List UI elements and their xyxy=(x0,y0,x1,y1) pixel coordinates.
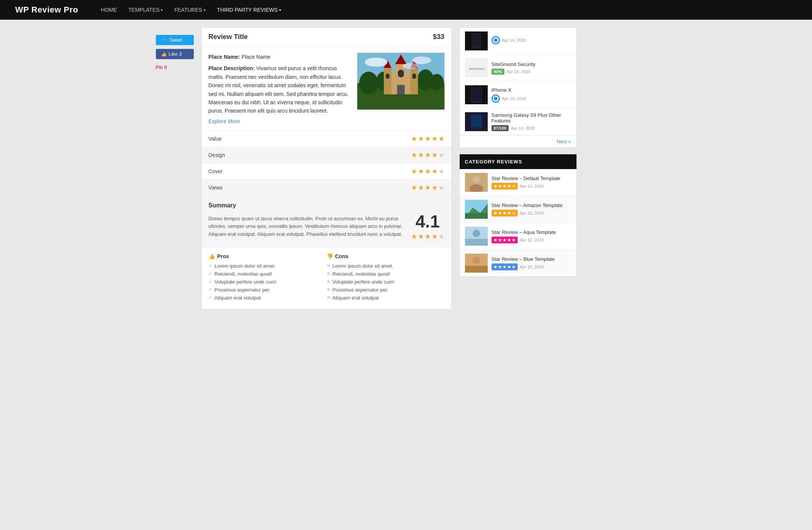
sidebar-item-info: iPhone X Apr 14, 2018 xyxy=(492,87,571,103)
list-item: ✓Possimus aspernatur per. xyxy=(209,287,327,293)
sidebar-siteground-item: SiteGround SiteGround Security 90% Apr 1… xyxy=(460,55,576,82)
cat-star: ★ xyxy=(498,210,502,216)
cat-star: ★ xyxy=(507,237,511,243)
review-header: Review Title $33 xyxy=(202,28,451,47)
star-3: ★ xyxy=(425,135,431,143)
cat-stars-badge-aqua: ★ ★ ★ ★ ★ xyxy=(492,237,518,243)
cat-star: ★ xyxy=(493,210,498,216)
page-layout: 🐦 Tweet 👍 Like 3 Pin It Review Title $33… xyxy=(141,20,672,317)
cat-item-meta: ★ ★ ★ ★ ★ Apr 10, 2018 xyxy=(492,210,571,216)
cat-star-half: ★ xyxy=(512,210,516,216)
samsung-date: Apr 14, 2018 xyxy=(511,126,535,130)
list-item: ✓Reiciendi, molestias quod! xyxy=(209,271,327,277)
sidebar-item-date: Apr 14, 2018 xyxy=(502,38,526,42)
score-star-4: ★ xyxy=(432,232,438,241)
check-icon: ✓ xyxy=(209,279,212,284)
nav-features[interactable]: FEATURES ▾ xyxy=(174,7,206,13)
nav-templates[interactable]: TEMPLATES ▾ xyxy=(128,7,163,13)
list-item: ✓Voluptate perfere unde cum! xyxy=(209,279,327,285)
sidebar: Apr 14, 2018 SiteGround SiteGround Secur… xyxy=(459,27,577,309)
list-item: ✓Aliquam erat volutpat xyxy=(209,295,327,301)
review-price: $33 xyxy=(433,33,444,41)
cat-item-title: Star Review – Aqua Template xyxy=(492,229,571,235)
cat-star: ★ xyxy=(498,183,502,189)
summary-content: Donec tempus quam ut lacus viverra solli… xyxy=(209,213,444,241)
samsung-thumbnail xyxy=(465,112,488,131)
pros-column: 👍 Pros ✓Lorem ipsum dolor sit amet. ✓Rei… xyxy=(209,253,327,303)
tweet-button[interactable]: 🐦 Tweet xyxy=(156,35,194,45)
cat-star: ★ xyxy=(507,264,511,270)
cat-thumb-default xyxy=(465,173,488,192)
cat-item-info: Star Review – Amazon Template ★ ★ ★ ★ ★ … xyxy=(492,202,571,216)
summary-text: Donec tempus quam ut lacus viverra solli… xyxy=(209,215,404,238)
star-2: ★ xyxy=(418,135,424,143)
svg-rect-22 xyxy=(473,34,480,46)
score-star-5: ★ xyxy=(438,232,444,241)
sidebar-thumb-phone xyxy=(465,31,488,50)
navigation: WP Review Pro HOME TEMPLATES ▾ FEATURES … xyxy=(0,0,812,20)
cat-item-info: Star Review – Aqua Template ★ ★ ★ ★ ★ Ap… xyxy=(492,229,571,243)
rating-row-cover: Cover ★ ★ ★ ★ ★ xyxy=(202,163,451,180)
x-icon: ✕ xyxy=(327,271,330,276)
cat-stars-badge-blue: ★ ★ ★ ★ ★ xyxy=(492,263,518,270)
rating-row-views: Views ★ ★ ★ ★ ★ xyxy=(202,180,451,196)
explore-more-link[interactable]: Explore More xyxy=(209,118,240,124)
cat-thumb-blue xyxy=(465,254,488,273)
score-star-3: ★ xyxy=(425,232,431,241)
nav-home[interactable]: HOME xyxy=(101,7,117,13)
category-reviews-widget: CATEGORY REVIEWS Star Review – Default T… xyxy=(459,154,577,277)
list-item: ✕Reiciendi, molestias quod! xyxy=(327,271,444,277)
sidebar-item-info: Samsung Galaxy S9 Plus Other Features 87… xyxy=(492,112,571,131)
cat-item-info: Star Review – Default Template ★ ★ ★ ★ ★… xyxy=(492,176,571,190)
like-button[interactable]: 👍 Like 3 xyxy=(156,49,194,59)
check-icon: ✓ xyxy=(209,295,212,300)
iphone-date: Apr 14, 2018 xyxy=(502,96,526,101)
sidebar-item-title: SiteGround Security xyxy=(492,61,571,67)
svg-rect-31 xyxy=(471,115,482,127)
cat-item-amazon: Star Review – Amazon Template ★ ★ ★ ★ ★ … xyxy=(460,196,576,223)
main-review-content: Review Title $33 Place Name: Place Name … xyxy=(201,27,452,309)
svg-rect-14 xyxy=(386,74,390,79)
cat-item-blue: Star Review – Blue Template ★ ★ ★ ★ ★ Ap… xyxy=(460,250,576,277)
pros-list: ✓Lorem ipsum dolor sit amet. ✓Reiciendi,… xyxy=(209,263,327,301)
nav-third-party-reviews[interactable]: THIRD PARTY REVIEWS ▾ xyxy=(217,7,281,13)
list-item: ✕Voluptate perfere unde cum! xyxy=(327,279,444,285)
svg-rect-27 xyxy=(471,88,481,101)
nav-links: HOME TEMPLATES ▾ FEATURES ▾ THIRD PARTY … xyxy=(101,7,281,13)
cat-star: ★ xyxy=(493,183,498,189)
summary-score: 4.1 ★ ★ ★ ★ ★ xyxy=(411,213,444,241)
sidebar-thumb-samsung xyxy=(465,112,488,131)
cat-star: ★ xyxy=(503,210,507,216)
x-icon: ✕ xyxy=(327,263,330,268)
sidebar-item-info: SiteGround Security 90% Apr 14, 2018 xyxy=(492,61,571,75)
review-image xyxy=(357,53,444,110)
check-icon: ✓ xyxy=(209,263,212,268)
place-name-line: Place Name: Place Name xyxy=(209,53,350,61)
summary-title: Summary xyxy=(209,202,444,209)
cat-star: ★ xyxy=(503,237,507,243)
sidebar-recent-item: Apr 14, 2018 xyxy=(460,28,576,55)
iphonex-thumbnail xyxy=(465,85,488,104)
social-sidebar: 🐦 Tweet 👍 Like 3 Pin It xyxy=(156,27,194,309)
twitter-icon: 🐦 xyxy=(161,37,167,43)
value-stars: ★ ★ ★ ★ ★ xyxy=(411,135,444,143)
pros-cons-section: 👍 Pros ✓Lorem ipsum dolor sit amet. ✓Rei… xyxy=(202,247,451,309)
svg-rect-41 xyxy=(465,239,488,246)
rating-row-value: Value ★ ★ ★ ★ ★ xyxy=(202,131,451,147)
sidebar-thumb-iphonex xyxy=(465,85,488,104)
cat-stars-badge-default: ★ ★ ★ ★ ★ xyxy=(492,183,518,190)
pin-button[interactable]: Pin It xyxy=(156,64,194,70)
cat-thumb-aqua xyxy=(465,227,488,246)
score-number: 4.1 xyxy=(411,213,444,230)
svg-rect-16 xyxy=(397,85,405,94)
next-link[interactable]: Next » xyxy=(460,135,576,147)
cat-star: ★ xyxy=(507,183,511,189)
score-star-1: ★ xyxy=(411,232,417,241)
cat-star: ★ xyxy=(512,237,516,243)
check-icon: ✓ xyxy=(209,271,212,276)
star-4: ★ xyxy=(432,135,438,143)
siteground-badge: 90% xyxy=(492,69,504,75)
recent-reviews-widget: Apr 14, 2018 SiteGround SiteGround Secur… xyxy=(459,27,577,148)
svg-point-32 xyxy=(474,113,479,114)
phone-thumbnail xyxy=(465,31,488,50)
